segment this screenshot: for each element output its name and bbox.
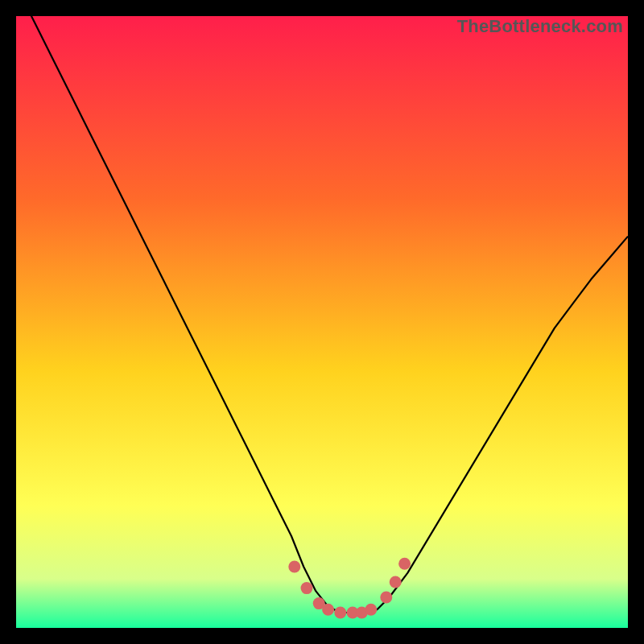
bottleneck-chart-canvas — [16, 16, 628, 628]
watermark-label: TheBottleneck.com — [457, 16, 623, 37]
chart-frame: TheBottleneck.com — [16, 16, 628, 628]
